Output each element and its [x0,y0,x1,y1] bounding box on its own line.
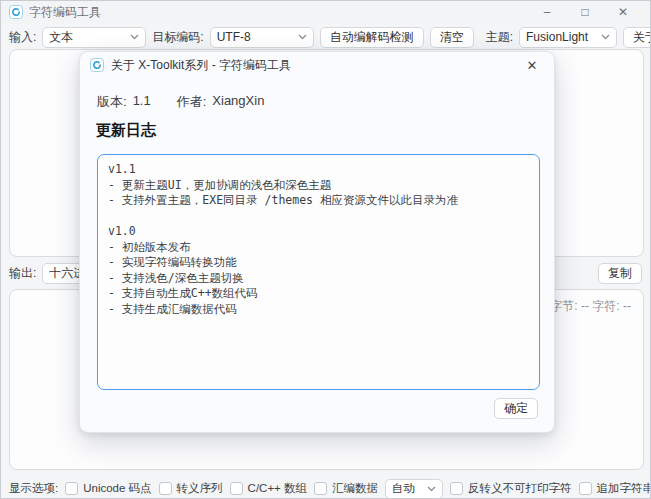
app-logo-icon [90,58,104,72]
copy-button[interactable]: 复制 [598,263,642,284]
ok-button[interactable]: 确定 [494,398,538,419]
author-value: XiangXin [212,93,264,111]
output-label: 输出: [9,265,36,282]
author-label: 作者: [177,93,207,111]
clear-button[interactable]: 清空 [430,27,474,48]
dialog-title: 关于 X-Toolkit系列 - 字符编码工具 [111,57,291,74]
about-button[interactable]: 关于 [623,27,651,48]
checkbox-icon[interactable] [450,482,463,495]
changelog-heading: 更新日志 [96,121,156,140]
checkbox-assembly-data[interactable]: 汇编数据 [314,481,378,496]
checkbox-icon[interactable] [579,482,592,495]
checkbox-unescape-nonprintable[interactable]: 反转义不可打印字符 [450,481,572,496]
checkbox-icon[interactable] [314,482,327,495]
changelog-text: v1.1 - 更新主题UI，更加协调的浅色和深色主题 - 支持外置主题，EXE同… [108,162,529,317]
checkbox-unicode-codepoint[interactable]: Unicode 码点 [65,481,151,496]
display-options-row: 显示选项: Unicode 码点 转义序列 C/C++ 数组 汇编数据 自动 反… [1,477,650,499]
chevron-down-icon [130,34,139,40]
auto-detect-button[interactable]: 自动编解码检测 [320,27,424,48]
input-type-value: 文本 [49,29,126,46]
dialog-title-bar: 关于 X-Toolkit系列 - 字符编码工具 ✕ [80,52,554,78]
display-options-label: 显示选项: [9,481,58,496]
input-type-select[interactable]: 文本 [42,27,146,48]
about-dialog: 关于 X-Toolkit系列 - 字符编码工具 ✕ 版本: 1.1 作者: Xi… [79,51,555,433]
maximize-icon[interactable]: □ [566,1,604,23]
minimize-icon[interactable]: – [528,1,566,23]
checkbox-append-nul[interactable]: 追加字符串结尾 NUL [579,481,650,496]
window-controls: – □ ✕ [528,1,642,23]
theme-value: FusionLight [526,30,597,44]
title-bar: 字符编码工具 – □ ✕ [1,1,650,23]
assembly-mode-value: 自动 [392,481,423,496]
encoding-label: 目标编码: [152,29,203,46]
checkbox-label: C/C++ 数组 [248,481,307,496]
app-logo-icon [9,5,23,19]
byte-char-stats: 字节: -- 字符: -- [550,298,631,315]
version-value: 1.1 [133,93,151,111]
toolbar: 输入: 文本 目标编码: UTF-8 自动编解码检测 清空 主题: Fusion… [1,25,650,49]
checkbox-label: Unicode 码点 [83,481,151,496]
close-icon[interactable]: ✕ [604,1,642,23]
checkbox-c-array[interactable]: C/C++ 数组 [230,481,307,496]
theme-select[interactable]: FusionLight [519,27,617,48]
chevron-down-icon [427,486,436,492]
checkbox-escape-sequence[interactable]: 转义序列 [159,481,223,496]
checkbox-icon[interactable] [230,482,243,495]
checkbox-label: 追加字符串结尾 NUL [597,481,650,496]
app-window: 字符编码工具 – □ ✕ 输入: 文本 目标编码: UTF-8 自动编解码检测 … [0,0,651,499]
version-row: 版本: 1.1 作者: XiangXin [97,93,264,111]
encoding-select[interactable]: UTF-8 [210,27,314,48]
checkbox-label: 反转义不可打印字符 [468,481,572,496]
chevron-down-icon [298,34,307,40]
input-label: 输入: [9,29,36,46]
encoding-value: UTF-8 [217,30,294,44]
chevron-down-icon [601,34,610,40]
assembly-mode-select[interactable]: 自动 [385,479,443,499]
checkbox-label: 转义序列 [177,481,223,496]
checkbox-icon[interactable] [159,482,172,495]
version-label: 版本: [97,93,127,111]
window-title: 字符编码工具 [29,4,101,21]
dialog-close-icon[interactable]: ✕ [520,55,544,75]
checkbox-label: 汇编数据 [332,481,378,496]
changelog-textbox[interactable]: v1.1 - 更新主题UI，更加协调的浅色和深色主题 - 支持外置主题，EXE同… [97,154,540,390]
checkbox-icon[interactable] [65,482,78,495]
theme-label: 主题: [486,29,513,46]
